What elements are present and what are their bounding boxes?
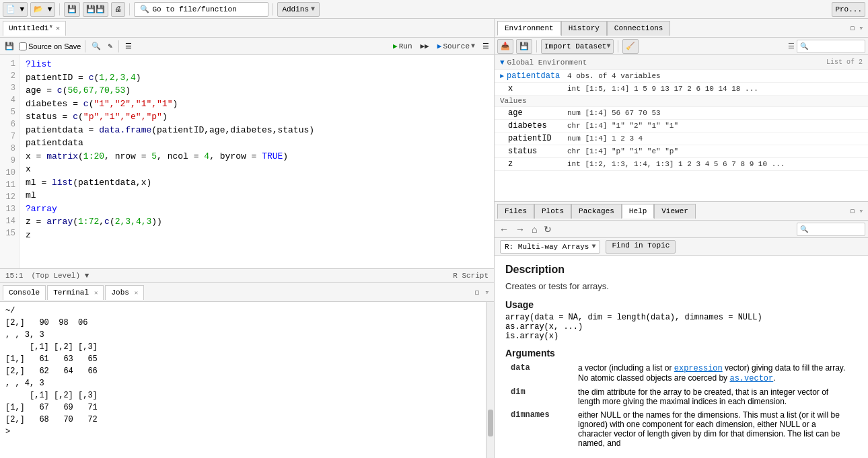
import-dataset-btn[interactable]: Import Dataset ▼ [541, 39, 614, 54]
tab-environment[interactable]: Environment [497, 21, 561, 36]
tab-plots[interactable]: Plots [534, 204, 571, 219]
status-name: status [508, 147, 537, 156]
help-search[interactable]: 🔍 [797, 223, 865, 236]
env-load-btn[interactable]: 📥 [497, 39, 513, 54]
console-content: ~/ [2,] 90 98 06 , , 3, 3 [,1] [,2] [,3]… [0, 302, 486, 458]
env-broom-btn[interactable]: 🧹 [622, 39, 639, 54]
diabetes-name: diabetes [508, 121, 547, 130]
env-item-patientid: patientID num [1:4] 1 2 3 4 [495, 132, 868, 145]
env-save-btn[interactable]: 💾 [516, 39, 532, 54]
status-value: chr [1:4] "p" "i" "e" "p" [567, 147, 863, 155]
right-panel: Environment History Connections ◻ ▿ 📥 💾 [495, 19, 868, 458]
go-to-file-input[interactable]: 🔍 Go to file/function [134, 2, 268, 17]
context-chevron[interactable]: ▼ [85, 272, 89, 280]
arg-dim-name: dim [511, 387, 526, 397]
run-next-btn[interactable]: ▶▶ [418, 41, 432, 51]
console-line-7: [2,] 62 64 66 [5, 365, 480, 377]
format-btn[interactable]: ☰ [123, 41, 134, 51]
console-scrollbar-thumb[interactable] [488, 410, 493, 436]
jobs-tab[interactable]: Jobs ✕ [105, 285, 144, 300]
help-toolbar-left: ← → ⌂ ↻ [497, 224, 554, 235]
console-tab[interactable]: Console [3, 285, 46, 300]
help-back-btn[interactable]: ← [497, 224, 511, 235]
tab-viewer-label: Viewer [661, 207, 688, 215]
left-panel: Untitled1* ✕ 💾 Source on Save 🔍 ✎ ☰ ▶ [0, 19, 495, 458]
terminal-tab[interactable]: Terminal ✕ [47, 285, 104, 300]
arg-data-name: data [511, 363, 530, 373]
prompt-symbol: > [5, 427, 15, 436]
console-scrollbar[interactable] [486, 302, 494, 458]
more-btn[interactable]: ☰ [480, 41, 491, 51]
tab-connections[interactable]: Connections [607, 21, 671, 36]
tab-help[interactable]: Help [622, 204, 654, 219]
console-prompt-line[interactable]: > [5, 426, 480, 438]
env-name-age: age [500, 108, 567, 118]
help-maximize[interactable]: ◻ [848, 206, 857, 215]
jobs-close[interactable]: ✕ [135, 289, 138, 297]
source-chevron: ▼ [471, 42, 475, 50]
expand-patientdata[interactable]: ► [500, 73, 504, 80]
sep7 [618, 40, 618, 52]
main-area: Untitled1* ✕ 💾 Source on Save 🔍 ✎ ☰ ▶ [0, 19, 868, 458]
new-file-btn[interactable]: 📄 ▼ [3, 2, 28, 17]
editor-tab-untitled1[interactable]: Untitled1* ✕ [3, 21, 66, 36]
source-on-save-checkbox[interactable] [19, 42, 27, 50]
search-btn[interactable]: 🔍 [89, 41, 103, 51]
console-maximize[interactable]: ◻ [473, 288, 482, 297]
context-label: (Top Level) ▼ [31, 272, 89, 280]
console-collapse[interactable]: ▿ [482, 288, 491, 297]
arg-data-desc: a vector (including a list or expression… [573, 361, 857, 385]
env-item-z: z int [1:2, 1:3, 1:4, 1:3] 1 2 3 4 5 6 7… [495, 158, 868, 171]
tab-viewer[interactable]: Viewer [654, 204, 696, 219]
console-line-3: , , 3, 3 [5, 329, 480, 341]
find-in-topic-btn[interactable]: Find in Topic [606, 240, 676, 254]
help-search-input[interactable] [808, 225, 862, 233]
save-editor-btn[interactable]: 💾 [3, 41, 16, 51]
run-label: Run [399, 42, 412, 50]
run-btn[interactable]: ▶ Run [390, 41, 414, 51]
help-refresh-btn[interactable]: ↻ [542, 224, 554, 235]
env-item-age: age num [1:4] 56 67 70 53 [495, 107, 868, 120]
help-content: Description Creates or tests for arrays.… [495, 256, 868, 458]
project-btn[interactable]: Pro... [832, 2, 865, 17]
save-btn[interactable]: 💾 [64, 2, 80, 17]
as-vector-link[interactable]: as.vector [729, 374, 773, 383]
arg-dimnames-name: dimnames [511, 410, 550, 420]
env-name-diabetes: diabetes [500, 121, 567, 130]
env-search[interactable]: 🔍 [797, 40, 865, 53]
code-editor[interactable]: 12345 678910 1112131415 ?list patientID … [0, 55, 494, 268]
tab-environment-label: Environment [505, 24, 554, 32]
console-tabs: Console Terminal ✕ Jobs ✕ ◻ ▿ [0, 283, 494, 302]
global-env-label: Global Environment [507, 59, 587, 67]
code-content[interactable]: ?list patientID = c(1,2,3,4) age = c(56,… [20, 55, 494, 268]
help-collapse[interactable]: ▿ [857, 206, 865, 215]
terminal-close[interactable]: ✕ [94, 289, 98, 297]
tab-history[interactable]: History [561, 21, 607, 36]
editor-tab-label: Untitled1* [9, 24, 53, 32]
expression-link[interactable]: expression [674, 364, 723, 373]
help-forward-btn[interactable]: → [513, 224, 527, 235]
save-all-btn[interactable]: 💾💾 [83, 2, 108, 17]
help-usage-code1: array(data = NA, dim = length(data), dim… [505, 313, 857, 322]
help-home-btn[interactable]: ⌂ [530, 224, 539, 235]
env-name-status: status [500, 147, 567, 156]
env-item-diabetes: diabetes chr [1:4] "1" "2" "1" "1" [495, 120, 868, 132]
tab-files[interactable]: Files [497, 204, 534, 219]
env-collapse[interactable]: ▿ [857, 24, 865, 32]
addins-dropdown[interactable]: Addins ▼ [277, 2, 320, 17]
env-list-btn[interactable]: ☰ [786, 42, 797, 50]
topic-dropdown[interactable]: R: Multi-way Arrays ▼ [500, 240, 600, 254]
console-line-13: [2,] 68 70 72 [5, 414, 480, 426]
print-btn[interactable]: 🖨 [111, 2, 125, 17]
open-file-btn[interactable]: 📂 ▼ [30, 2, 55, 17]
console-line-11: [,1] [,2] [,3] [5, 389, 480, 402]
arg-dimnames-desc: either NULL or the names for the dimensi… [573, 408, 857, 450]
source-btn[interactable]: ▶ Source ▼ [435, 41, 478, 51]
tab-packages[interactable]: Packages [571, 204, 622, 219]
console-line-5: [,1] [,2] [,3] [5, 341, 480, 353]
env-maximize[interactable]: ◻ [848, 24, 857, 32]
spell-btn[interactable]: ✎ [106, 41, 114, 51]
tab-history-label: History [569, 24, 600, 32]
env-search-input[interactable] [808, 42, 862, 50]
editor-tab-close[interactable]: ✕ [56, 24, 60, 32]
